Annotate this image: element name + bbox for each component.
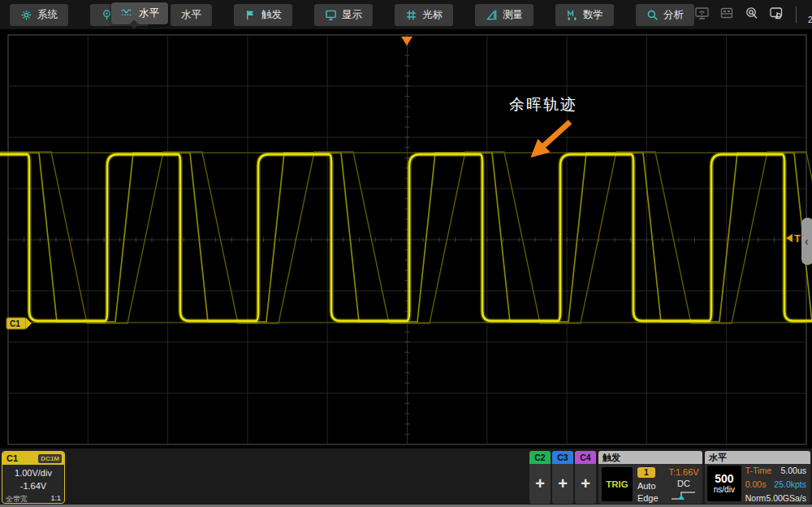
status-icon-group: [694, 6, 784, 24]
toolbar-divider: [796, 6, 797, 23]
channel-c2-box[interactable]: C2 +: [529, 451, 551, 504]
trigger-level: T:1.66V: [668, 467, 698, 477]
toolbar-button-数学[interactable]: 数学: [555, 4, 614, 26]
channel-c1-name: C1: [6, 453, 18, 463]
svg-text:T: T: [794, 232, 801, 245]
trigger-col-1: 1 Auto Edge: [637, 467, 663, 503]
math-icon: [566, 9, 578, 21]
screen-cast-icon: [694, 6, 710, 24]
sample-rate: 5.00GSa/s: [766, 493, 806, 503]
toolbar-button-系统[interactable]: 系统: [10, 4, 68, 26]
svg-text:C1: C1: [10, 319, 20, 328]
channel-c2-header: C2: [529, 451, 551, 464]
horizontal-scale-box: 500 ns/div: [707, 466, 741, 501]
horizontal-panel-title: 水平: [705, 451, 810, 464]
horizontal-rows: T-Time 5.00us 0.00s 25.0kpts Norm 5.00GS…: [745, 466, 808, 503]
wave-icon: [120, 7, 134, 20]
horizontal-panel-body: 500 ns/div T-Time 5.00us 0.00s 25.0kpts …: [705, 464, 810, 503]
measure-icon: [486, 9, 498, 21]
gesture-icon: [769, 6, 784, 24]
memory-points: 25.0kpts: [774, 479, 806, 489]
c1-waveform-trace: [0, 154, 812, 321]
storage-icon: [719, 6, 734, 23]
top-toolbar: 系统信源水平触发显示光标测量数学分析 水平 14:25 2024/9/2 ZTM…: [0, 0, 812, 29]
toolbar-button-显示[interactable]: 显示: [314, 4, 373, 26]
channel-c3-header: C3: [552, 451, 573, 464]
persistence-annotation-label: 余晖轨迹: [509, 94, 577, 115]
gear-icon: [20, 9, 32, 21]
cursor-icon: [405, 9, 417, 21]
trigger-mode: Auto: [637, 481, 656, 491]
touch-icon: [744, 6, 759, 24]
t-time-value: 5.00us: [780, 466, 806, 475]
channel-c3-add-button[interactable]: +: [552, 464, 573, 504]
channel-c4-add-button[interactable]: +: [575, 464, 596, 504]
channel-c4-box[interactable]: C4 +: [575, 451, 596, 504]
toolbar-button-测量[interactable]: 测量: [475, 4, 533, 26]
horizontal-scale-value: 500: [715, 473, 733, 485]
channel-c3-box[interactable]: C3 +: [552, 451, 573, 504]
waveform-display-area[interactable]: T C1 ‹ 余晖轨迹: [0, 29, 812, 448]
analyze-icon: [646, 9, 659, 21]
toolbar-button-触发[interactable]: 触发: [234, 4, 292, 26]
acquire-mode: Norm: [745, 493, 767, 503]
channel-c1-bandwidth: 全带宽: [6, 494, 28, 504]
toolbar-button-分析[interactable]: 分析: [636, 4, 694, 26]
horizontal-scale-unit: ns/div: [714, 485, 735, 494]
horizontal-delay: 0.00s: [745, 479, 767, 489]
channel-c2-add-button[interactable]: +: [529, 464, 551, 504]
horizontal-tooltip-chip[interactable]: 水平: [111, 2, 168, 24]
channel-c1-coupling-badge: DC1M: [38, 454, 62, 463]
display-icon: [325, 9, 337, 21]
channel-c1-offset: -1.64V: [6, 480, 61, 493]
trigger-type: Edge: [637, 493, 659, 503]
svg-text:‹: ‹: [805, 235, 809, 248]
oscilloscope-app: 系统信源水平触发显示光标测量数学分析 水平 14:25 2024/9/2 ZTM…: [0, 0, 812, 507]
horizontal-panel[interactable]: 水平 500 ns/div T-Time 5.00us 0.00s 25.0kp…: [705, 451, 810, 504]
trigger-source-badge: 1: [637, 467, 655, 478]
trigger-panel-body: TRIG 1 Auto Edge T:1.66V DC: [598, 464, 702, 503]
flag-icon: [244, 9, 257, 21]
toolbar-right-group: 14:25 2024/9/2 ZTMI: [694, 2, 812, 28]
trigger-panel[interactable]: 触发 TRIG 1 Auto Edge T:1.66V DC: [598, 451, 702, 504]
clock-time: 14:25: [808, 4, 812, 15]
bottom-status-bar: C1 DC1M 1.00V/div -1.64V 全带宽 1:1 C2 +C3 …: [0, 448, 812, 507]
trigger-position-marker[interactable]: [401, 37, 412, 46]
trigger-col-2: T:1.66V DC: [668, 467, 699, 503]
trigger-status: TRIG: [602, 467, 633, 501]
persistence-trace: [0, 152, 812, 323]
channel-c1-body: 1.00V/div -1.64V: [2, 465, 64, 493]
t-time-label: T-Time: [745, 466, 771, 475]
channel-c1-header: C1 DC1M: [2, 452, 64, 465]
channel-c1-probe-ratio: 1:1: [50, 494, 61, 504]
tooltip-label: 水平: [139, 6, 159, 20]
trigger-level-marker[interactable]: T: [786, 232, 801, 245]
clock: 14:25 2024/9/2: [808, 4, 812, 25]
channel-c1-footer: 全带宽 1:1: [2, 493, 64, 504]
channel-c4-header: C4: [575, 451, 596, 464]
side-panel-handle[interactable]: ‹: [801, 218, 812, 265]
c1-ground-marker[interactable]: C1: [6, 318, 32, 329]
scope-graticule-svg: T C1 ‹: [0, 29, 812, 448]
trigger-panel-title: 触发: [598, 451, 702, 464]
clock-date: 2024/9/2: [808, 15, 812, 25]
rising-edge-icon: [669, 489, 698, 503]
toolbar-button-水平[interactable]: 水平: [171, 4, 212, 26]
trigger-coupling: DC: [677, 479, 690, 488]
channel-c1-scale: 1.00V/div: [6, 467, 61, 480]
channel-c1-box[interactable]: C1 DC1M 1.00V/div -1.64V 全带宽 1:1: [2, 451, 65, 504]
toolbar-button-光标[interactable]: 光标: [395, 4, 453, 26]
